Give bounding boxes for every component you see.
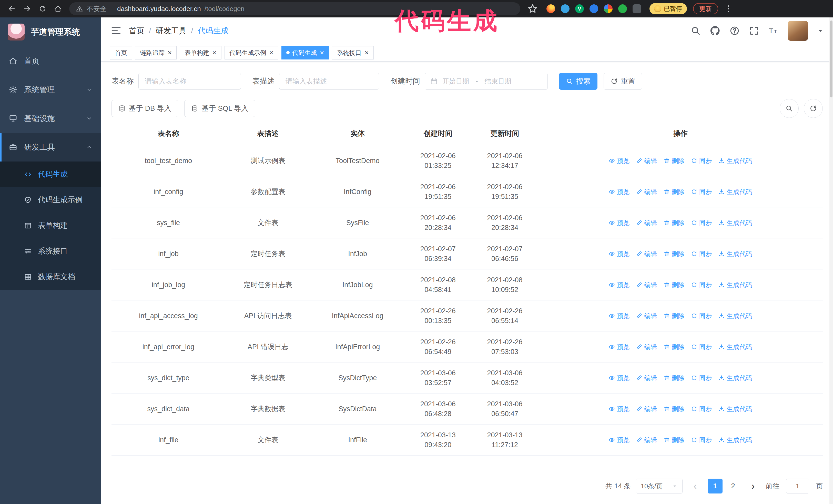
action-edit[interactable]: 编辑 (636, 249, 657, 259)
action-eye[interactable]: 预览 (609, 311, 629, 321)
action-eye[interactable]: 预览 (609, 342, 629, 352)
action-download[interactable]: 生成代码 (718, 156, 752, 166)
action-sync[interactable]: 同步 (691, 342, 712, 352)
reload-icon[interactable] (36, 2, 49, 16)
action-eye[interactable]: 预览 (609, 373, 629, 383)
action-eye[interactable]: 预览 (609, 435, 629, 445)
action-trash[interactable]: 删除 (664, 280, 684, 290)
action-trash[interactable]: 删除 (664, 156, 684, 166)
tab-api[interactable]: 系统接口× (332, 46, 374, 59)
address-bar[interactable]: 不安全 dashboard.yudao.iocoder.cn /tool/cod… (69, 2, 520, 15)
action-sync[interactable]: 同步 (691, 187, 712, 197)
action-edit[interactable]: 编辑 (636, 280, 657, 290)
logo[interactable]: 芋道管理系统 (0, 18, 101, 47)
github-icon[interactable] (710, 26, 720, 36)
action-trash[interactable]: 删除 (664, 404, 684, 414)
action-edit[interactable]: 编辑 (636, 311, 657, 321)
sidebar-item-infra[interactable]: 基础设施 (0, 104, 101, 133)
action-download[interactable]: 生成代码 (718, 280, 752, 290)
sidebar-item-api[interactable]: 系统接口 (0, 238, 101, 264)
goto-page-input[interactable] (786, 479, 809, 494)
search-button[interactable]: 搜索 (559, 73, 597, 90)
action-eye[interactable]: 预览 (609, 187, 629, 197)
page-button-2[interactable]: 2 (725, 479, 740, 494)
bookmark-star-icon[interactable] (527, 3, 538, 14)
action-sync[interactable]: 同步 (691, 435, 712, 445)
close-icon[interactable]: × (168, 49, 172, 56)
action-sync[interactable]: 同步 (691, 249, 712, 259)
action-edit[interactable]: 编辑 (636, 187, 657, 197)
action-download[interactable]: 生成代码 (718, 311, 752, 321)
action-eye[interactable]: 预览 (609, 249, 629, 259)
extension-icon-3[interactable] (575, 4, 584, 13)
tab-form-build[interactable]: 表单构建× (180, 46, 221, 59)
action-download[interactable]: 生成代码 (718, 249, 752, 259)
action-sync[interactable]: 同步 (691, 404, 712, 414)
action-edit[interactable]: 编辑 (636, 342, 657, 352)
browser-home-icon[interactable] (51, 2, 65, 16)
action-sync[interactable]: 同步 (691, 218, 712, 227)
extension-icon-6[interactable] (618, 4, 627, 13)
refresh-table-button[interactable] (804, 99, 823, 118)
toggle-search-button[interactable] (780, 99, 799, 118)
extension-icon-4[interactable] (590, 4, 598, 13)
import-db-button[interactable]: 基于 DB 导入 (112, 100, 178, 117)
help-icon[interactable] (730, 26, 740, 36)
extension-icon-5[interactable] (604, 4, 613, 13)
action-eye[interactable]: 预览 (609, 404, 629, 414)
action-download[interactable]: 生成代码 (718, 404, 752, 414)
table-name-input[interactable] (138, 73, 241, 90)
action-download[interactable]: 生成代码 (718, 342, 752, 352)
font-size-icon[interactable]: TT (768, 26, 779, 36)
breadcrumb-item[interactable]: 研发工具 (156, 26, 186, 36)
action-eye[interactable]: 预览 (609, 280, 629, 290)
tab-codegen-example[interactable]: 代码生成示例× (224, 46, 278, 59)
sidebar-item-codegen[interactable]: 代码生成 (0, 162, 101, 187)
breadcrumb-item[interactable]: 代码生成 (198, 26, 229, 36)
action-download[interactable]: 生成代码 (718, 435, 752, 445)
hamburger-icon[interactable] (111, 25, 122, 37)
action-eye[interactable]: 预览 (609, 218, 629, 227)
close-icon[interactable]: × (269, 49, 273, 56)
tab-home[interactable]: 首页 (110, 46, 132, 59)
browser-update-button[interactable]: 更新 (693, 3, 718, 14)
action-trash[interactable]: 删除 (664, 187, 684, 197)
action-trash[interactable]: 删除 (664, 218, 684, 227)
action-eye[interactable]: 预览 (609, 156, 629, 166)
import-sql-button[interactable]: 基于 SQL 导入 (184, 100, 255, 117)
action-trash[interactable]: 删除 (664, 342, 684, 352)
scrollbar-thumb[interactable] (830, 21, 832, 97)
page-button-1[interactable]: 1 (708, 479, 722, 494)
action-download[interactable]: 生成代码 (718, 187, 752, 197)
tab-codegen[interactable]: 代码生成× (281, 46, 329, 59)
close-icon[interactable]: × (364, 49, 368, 56)
next-page-button[interactable]: › (745, 479, 760, 494)
action-trash[interactable]: 删除 (664, 435, 684, 445)
tab-trace[interactable]: 链路追踪× (135, 46, 176, 59)
sidebar-item-form-build[interactable]: 表单构建 (0, 213, 101, 238)
action-edit[interactable]: 编辑 (636, 218, 657, 227)
action-edit[interactable]: 编辑 (636, 373, 657, 383)
action-edit[interactable]: 编辑 (636, 404, 657, 414)
extension-icon-2[interactable] (561, 4, 570, 13)
date-range-picker[interactable]: 开始日期 - 结束日期 (425, 73, 548, 90)
action-sync[interactable]: 同步 (691, 156, 712, 166)
sidebar-item-home[interactable]: 首页 (0, 47, 101, 75)
action-sync[interactable]: 同步 (691, 311, 712, 321)
browser-menu-icon[interactable] (724, 4, 733, 13)
forward-icon[interactable] (21, 2, 34, 16)
sidebar-item-db-doc[interactable]: 数据库文档 (0, 264, 101, 290)
sidebar-item-system[interactable]: 系统管理 (0, 75, 101, 104)
breadcrumb-item[interactable]: 首页 (129, 26, 144, 36)
reset-button[interactable]: 重置 (603, 73, 642, 90)
scrollbar[interactable] (829, 18, 833, 504)
paused-badge[interactable]: 已暂停 (649, 3, 687, 14)
action-download[interactable]: 生成代码 (718, 373, 752, 383)
back-icon[interactable] (5, 2, 19, 16)
action-edit[interactable]: 编辑 (636, 156, 657, 166)
page-size-select[interactable]: 10条/页 (636, 479, 683, 494)
extension-icon-1[interactable] (546, 4, 555, 13)
action-download[interactable]: 生成代码 (718, 218, 752, 227)
close-icon[interactable]: × (320, 49, 324, 56)
search-icon[interactable] (690, 26, 701, 36)
